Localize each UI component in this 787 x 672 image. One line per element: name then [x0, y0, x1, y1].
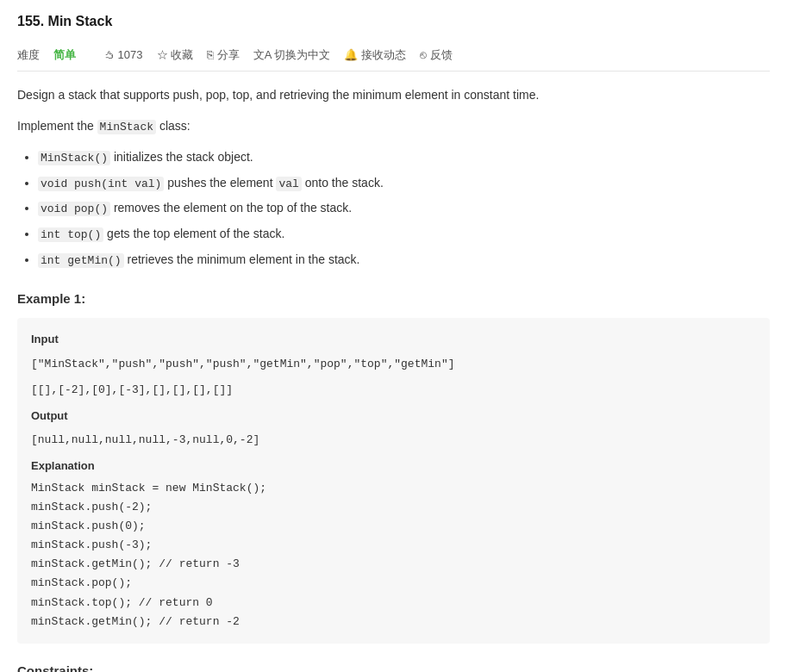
implement-class-code: MinStack: [97, 120, 156, 134]
list-item: int getMin() retrieves the minimum eleme…: [38, 248, 770, 272]
share-button[interactable]: ⎘ 分享: [207, 47, 240, 65]
explanation-lines: MinStack minStack = new MinStack(); minS…: [31, 479, 756, 632]
example-section-title: Example 1:: [17, 289, 770, 309]
explanation-label: Explanation: [31, 457, 756, 476]
input-line2: [[],[-2],[0],[-3],[],[],[],[]]: [31, 381, 756, 400]
explanation-line: MinStack minStack = new MinStack();: [31, 479, 756, 498]
difficulty-label: 难度: [17, 47, 40, 65]
method-desc: retrieves the minimum element in the sta…: [124, 252, 360, 266]
notification-button[interactable]: 🔔 接收动态: [344, 47, 406, 65]
translate-button[interactable]: 文A 切换为中文: [253, 47, 331, 65]
explanation-line: minStack.push(0);: [31, 517, 756, 536]
feedback-button[interactable]: ⎋ 反馈: [420, 47, 453, 65]
method-desc: gets the top element of the stack.: [103, 227, 284, 240]
explanation-line: minStack.getMin(); // return -2: [31, 613, 756, 632]
method-code: MinStack(): [38, 151, 110, 165]
method-code: void pop(): [38, 202, 110, 216]
method-desc: removes the element on the top of the st…: [110, 201, 352, 215]
favorites-button[interactable]: ☆ 收藏: [157, 47, 194, 65]
list-item: int top() gets the top element of the st…: [38, 222, 770, 246]
list-item: MinStack() initializes the stack object.: [38, 146, 770, 170]
methods-list: MinStack() initializes the stack object.…: [38, 146, 770, 271]
list-item: void pop() removes the element on the to…: [38, 196, 770, 221]
example-box: Input ["MinStack","push","push","push","…: [17, 318, 770, 643]
output-label: Output: [31, 407, 756, 426]
method-code: int getMin(): [38, 253, 124, 268]
difficulty-value: 简单: [53, 47, 76, 65]
implement-intro-text: Implement the: [17, 119, 97, 133]
explanation-line: minStack.top(); // return 0: [31, 594, 756, 613]
explanation-line: minStack.push(-2);: [31, 498, 756, 517]
input-label: Input: [31, 330, 756, 349]
explanation-line: minStack.pop();: [31, 574, 756, 593]
method-desc: initializes the stack object.: [110, 150, 253, 164]
explanation-line: minStack.push(-3);: [31, 536, 756, 555]
method-desc: pushes the element val onto the stack.: [164, 176, 383, 190]
page-title: 155. Min Stack: [17, 10, 770, 33]
constraints-title: Constraints:: [17, 661, 770, 672]
description-intro: Design a stack that supports push, pop, …: [17, 85, 770, 106]
list-item: void push(int val) pushes the element va…: [38, 171, 770, 196]
input-line1: ["MinStack","push","push","push","getMin…: [31, 355, 756, 374]
explanation-line: minStack.getMin(); // return -3: [31, 555, 756, 574]
output-value: [null,null,null,null,-3,null,0,-2]: [31, 431, 756, 450]
val-code: val: [276, 177, 301, 191]
method-code: void push(int val): [38, 177, 164, 191]
implement-line: Implement the MinStack class:: [17, 116, 770, 137]
likes-button[interactable]: 🖒 1073: [103, 47, 143, 65]
toolbar: 难度 简单 🖒 1073 ☆ 收藏 ⎘ 分享 文A 切换为中文 🔔 接收动态 ⎋…: [17, 40, 770, 72]
method-code: int top(): [38, 227, 103, 242]
implement-suffix-text: class:: [156, 119, 191, 133]
